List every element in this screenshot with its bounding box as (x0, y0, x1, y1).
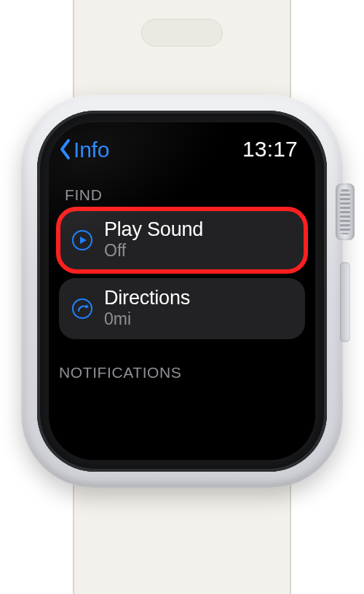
section-header-find: FIND (49, 167, 315, 210)
apple-watch: Info 13:17 FIND Play Sound (0, 0, 364, 594)
directions-subtitle: 0mi (104, 309, 293, 329)
directions-row[interactable]: Directions 0mi (59, 278, 305, 339)
svg-point-2 (73, 299, 92, 318)
watch-bezel: Info 13:17 FIND Play Sound (37, 111, 327, 472)
play-sound-row[interactable]: Play Sound Off (59, 210, 305, 271)
directions-title: Directions (104, 287, 293, 310)
svg-marker-1 (80, 237, 87, 244)
watch-screen: Info 13:17 FIND Play Sound (49, 122, 315, 460)
play-sound-subtitle: Off (104, 241, 293, 261)
watch-case: Info 13:17 FIND Play Sound (21, 95, 343, 488)
back-button[interactable]: Info (59, 138, 109, 162)
clock-time: 13:17 (242, 137, 298, 162)
status-bar: Info 13:17 (49, 122, 315, 167)
chevron-left-icon (59, 138, 72, 160)
section-header-notifications: NOTIFICATIONS (49, 339, 315, 387)
back-label: Info (74, 138, 109, 162)
play-icon (71, 229, 94, 252)
play-sound-title: Play Sound (104, 218, 293, 242)
digital-crown[interactable] (336, 183, 355, 240)
side-button[interactable] (340, 262, 350, 342)
directions-icon (71, 297, 94, 320)
find-rows: Play Sound Off Directions 0mi (49, 210, 315, 339)
